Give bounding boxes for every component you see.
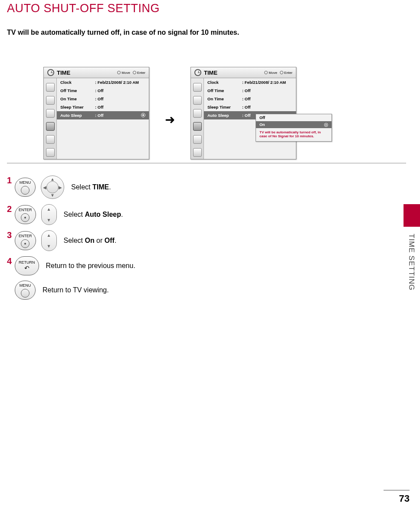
hint-enter: Enter bbox=[137, 71, 145, 75]
step-text-bold: On bbox=[85, 237, 94, 244]
step-number: 4 bbox=[7, 256, 12, 266]
chevron-up-icon: ▲ bbox=[47, 233, 51, 238]
row-offtime-label: Off Time bbox=[60, 88, 95, 93]
chevron-up-icon: ▲ bbox=[50, 177, 55, 182]
remote-enter-button[interactable]: ENTER bbox=[15, 205, 36, 224]
row-clock-label: Clock bbox=[60, 80, 95, 85]
step-number: 3 bbox=[7, 230, 12, 240]
selection-bullet-icon bbox=[324, 123, 328, 127]
row-sleep-value: : Off bbox=[95, 105, 104, 109]
chevron-down-icon: ▼ bbox=[50, 193, 55, 198]
remote-updown-button[interactable]: ▲ ▼ bbox=[41, 204, 57, 225]
chevron-down-icon: ▼ bbox=[47, 218, 51, 222]
side-icon-6 bbox=[46, 148, 55, 157]
dpad-center-icon bbox=[46, 181, 59, 193]
row-offtime: Off Time : Off bbox=[204, 86, 296, 95]
side-tab-marker bbox=[404, 204, 420, 227]
screenshots-row: TIME Move Enter Clock bbox=[43, 67, 296, 159]
menu-title: TIME bbox=[57, 70, 70, 76]
step-text-pre: Select bbox=[64, 237, 85, 244]
remote-menu-button[interactable]: MENU bbox=[15, 281, 36, 300]
row-ontime-label: On Time bbox=[60, 96, 95, 101]
step-number: 1 bbox=[7, 175, 12, 185]
row-clock-value: : Feb/21/2008/ 2:10 AM bbox=[95, 80, 139, 85]
step-text-pre: Select bbox=[64, 211, 85, 218]
row-autosleep-value: : Off bbox=[95, 113, 104, 118]
side-icon-time bbox=[46, 122, 55, 131]
chevron-right-icon: ▶ bbox=[59, 185, 62, 190]
step-text-mid: or bbox=[95, 237, 105, 244]
button-circle-dot-icon bbox=[21, 239, 30, 248]
remote-menu-button[interactable]: MENU bbox=[15, 178, 36, 197]
step-text: Select TIME. bbox=[71, 183, 111, 191]
side-icon-time bbox=[193, 122, 202, 131]
row-ontime-label: On Time bbox=[207, 96, 242, 101]
row-autosleep-label: Auto Sleep bbox=[207, 113, 242, 118]
row-offtime-value: : Off bbox=[242, 88, 251, 93]
side-icon-3 bbox=[46, 109, 55, 118]
page-number-rule bbox=[384, 490, 410, 490]
side-tab-label: TIME SETTING bbox=[407, 234, 416, 291]
step-text: Select Auto Sleep. bbox=[64, 211, 123, 218]
popup-option-on-label: On bbox=[259, 122, 265, 127]
row-autosleep-selected: Auto Sleep : Off bbox=[57, 111, 149, 119]
autosleep-popup: Off On TV will be automatically turned o… bbox=[256, 114, 332, 142]
page-title: AUTO SHUT-OFF SETTING bbox=[7, 2, 160, 15]
step-text-post: . bbox=[115, 237, 116, 244]
button-circle-icon bbox=[21, 186, 30, 195]
row-clock-value: : Feb/21/2008/ 2:10 AM bbox=[242, 80, 286, 85]
clock-icon bbox=[194, 69, 201, 76]
clock-icon bbox=[47, 69, 54, 76]
arrow-right-icon: ➜ bbox=[165, 113, 175, 127]
button-label: MENU bbox=[20, 283, 31, 288]
move-icon bbox=[264, 71, 268, 74]
button-label: ENTER bbox=[19, 234, 32, 238]
page-subtitle: TV will be automatically turned off, in … bbox=[7, 29, 239, 36]
row-sleep-label: Sleep Timer bbox=[207, 105, 242, 109]
remote-updown-button[interactable]: ▲ ▼ bbox=[41, 230, 57, 251]
enter-icon bbox=[280, 71, 283, 74]
step-text: Select On or Off. bbox=[64, 237, 117, 245]
page-number: 73 bbox=[399, 493, 410, 504]
step-text-bold2: Off bbox=[105, 237, 115, 244]
step-text-bold: TIME bbox=[92, 183, 109, 191]
button-label: ENTER bbox=[19, 208, 32, 212]
row-ontime: On Time : Off bbox=[204, 95, 296, 103]
step-text-pre: Select bbox=[71, 183, 92, 191]
popup-note: TV will be automatically turned off, in … bbox=[256, 128, 331, 141]
button-circle-dot-icon bbox=[21, 213, 30, 222]
side-icon-6 bbox=[193, 148, 202, 157]
row-sleep-value: : Off bbox=[242, 105, 251, 109]
menu-title: TIME bbox=[204, 70, 217, 76]
step-text-post: . bbox=[109, 183, 111, 191]
hint-move: Move bbox=[269, 71, 277, 75]
side-icon-2 bbox=[46, 96, 55, 105]
row-clock: Clock : Feb/21/2008/ 2:10 AM bbox=[204, 78, 296, 86]
side-tab: TIME SETTING bbox=[404, 204, 420, 291]
step-text-bold: Auto Sleep bbox=[85, 211, 121, 218]
step-text: Return to the previous menu. bbox=[46, 262, 135, 270]
row-clock: Clock : Feb/21/2008/ 2:10 AM bbox=[57, 78, 149, 86]
row-ontime: On Time : Off bbox=[57, 95, 149, 103]
tv-menu-after: TIME Move Enter Clock bbox=[190, 67, 296, 159]
step-number: 2 bbox=[7, 204, 12, 214]
side-icon-2 bbox=[193, 96, 202, 105]
remote-dpad-button[interactable]: ▲ ▼ ◀ ▶ bbox=[41, 175, 64, 199]
side-icon-3 bbox=[193, 109, 202, 118]
row-ontime-value: : Off bbox=[242, 96, 251, 101]
return-arrow-icon: ↶ bbox=[24, 265, 30, 271]
button-label: MENU bbox=[20, 180, 31, 185]
side-icon-5 bbox=[193, 135, 202, 144]
remote-return-button[interactable]: RETURN ↶ bbox=[15, 256, 39, 275]
hint-enter: Enter bbox=[284, 71, 292, 75]
row-ontime-value: : Off bbox=[95, 96, 104, 101]
popup-option-on-selected: On bbox=[256, 121, 331, 128]
row-autosleep-label: Auto Sleep bbox=[60, 113, 95, 118]
row-sleep-label: Sleep Timer bbox=[60, 105, 95, 109]
tv-menu-before: TIME Move Enter Clock bbox=[43, 67, 149, 159]
row-offtime: Off Time : Off bbox=[57, 86, 149, 95]
side-icon-5 bbox=[46, 135, 55, 144]
side-icon-1 bbox=[193, 83, 202, 92]
remote-enter-button[interactable]: ENTER bbox=[15, 231, 36, 250]
chevron-down-icon: ▼ bbox=[47, 244, 51, 248]
